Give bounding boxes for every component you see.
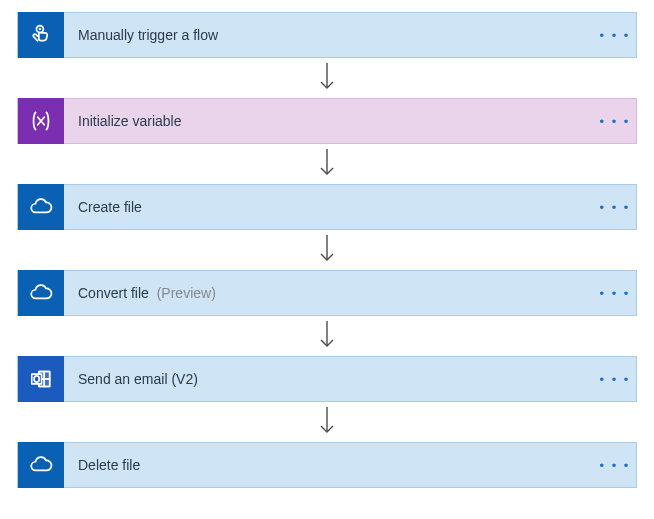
label-suffix: (Preview) [157,285,216,301]
connector-arrow [0,316,654,356]
flow-canvas: Manually trigger a flow • • • Initialize… [0,0,654,498]
flow-step-create[interactable]: Create file • • • [17,184,637,230]
label-text: Convert file [78,285,149,301]
flow-step-trigger[interactable]: Manually trigger a flow • • • [17,12,637,58]
label-text: Send an email (V2) [78,371,198,387]
step-menu-button[interactable]: • • • [594,13,636,57]
connector-arrow [0,144,654,184]
svg-point-1 [39,28,41,30]
outlook-icon [18,356,64,402]
step-menu-button[interactable]: • • • [594,357,636,401]
cloud-icon [18,270,64,316]
var-icon [18,98,64,144]
label-text: Create file [78,199,142,215]
flow-step-initvar[interactable]: Initialize variable • • • [17,98,637,144]
flow-step-label: Manually trigger a flow [64,27,594,43]
flow-step-convert[interactable]: Convert file (Preview) • • • [17,270,637,316]
label-text: Manually trigger a flow [78,27,218,43]
tap-icon [18,12,64,58]
cloud-icon [18,442,64,488]
flow-step-delete[interactable]: Delete file • • • [17,442,637,488]
label-text: Initialize variable [78,113,182,129]
flow-step-label: Send an email (V2) [64,371,594,387]
step-menu-button[interactable]: • • • [594,185,636,229]
flow-step-email[interactable]: Send an email (V2) • • • [17,356,637,402]
step-menu-button[interactable]: • • • [594,271,636,315]
step-menu-button[interactable]: • • • [594,99,636,143]
label-text: Delete file [78,457,140,473]
connector-arrow [0,230,654,270]
flow-step-label: Initialize variable [64,113,594,129]
flow-step-label: Create file [64,199,594,215]
flow-step-label: Convert file (Preview) [64,285,594,301]
flow-step-label: Delete file [64,457,594,473]
cloud-icon [18,184,64,230]
connector-arrow [0,58,654,98]
step-menu-button[interactable]: • • • [594,443,636,487]
connector-arrow [0,402,654,442]
